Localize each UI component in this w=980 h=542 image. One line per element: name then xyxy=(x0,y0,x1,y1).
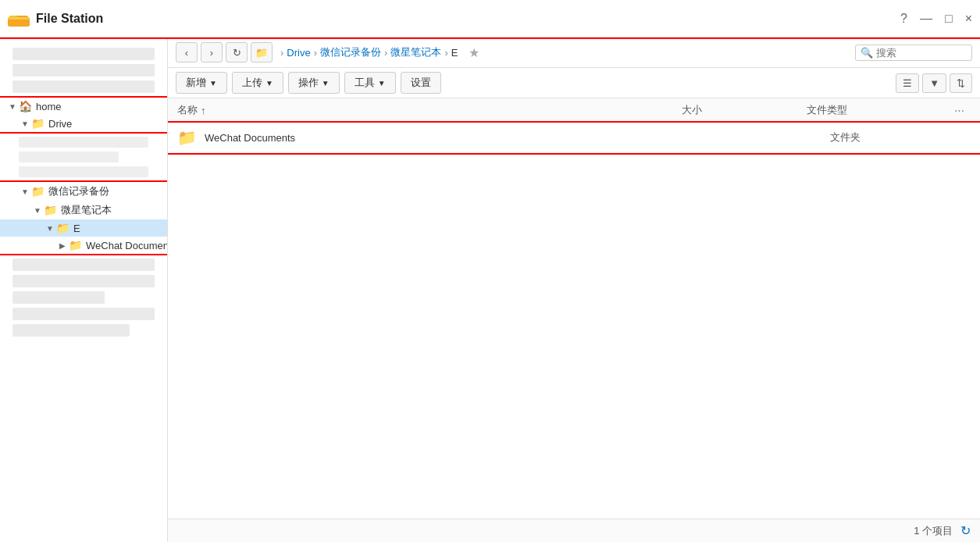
column-size[interactable]: 大小 xyxy=(682,103,807,117)
folder-button[interactable]: 📁 xyxy=(251,42,273,62)
nav-toolbar: ‹ › ↻ 📁 › Drive › 微信记录备份 › 微星笔记本 › E ★ 🔍 xyxy=(168,37,980,68)
home-label: home xyxy=(36,101,62,112)
column-name-label: 名称 xyxy=(177,103,198,117)
toggle-drive[interactable]: ▼ xyxy=(19,119,31,128)
back-button[interactable]: ‹ xyxy=(176,42,198,62)
upload-button[interactable]: 上传 ▼ xyxy=(232,72,283,94)
breadcrumb: › Drive › 微信记录备份 › 微星笔记本 › E xyxy=(276,45,462,59)
status-refresh-button[interactable]: ↻ xyxy=(960,523,971,538)
sidebar-item-e[interactable]: ▼ 📁 E xyxy=(0,219,167,237)
sidebar-item-home[interactable]: ▼ 🏠 home xyxy=(0,98,167,115)
blurred-item-9 xyxy=(12,291,105,304)
drive-folder-icon: 📁 xyxy=(31,117,45,130)
action-caret: ▼ xyxy=(322,79,330,87)
wechat-label: 微信记录备份 xyxy=(48,184,109,198)
wechat-docs-folder-icon: 📁 xyxy=(69,239,82,251)
toggle-e[interactable]: ▼ xyxy=(44,224,56,233)
favorite-button[interactable]: ★ xyxy=(465,45,483,60)
breadcrumb-sep-3: › xyxy=(444,47,447,59)
app-title: File Station xyxy=(36,12,103,26)
window-controls[interactable]: ? — □ × xyxy=(900,12,972,26)
upload-caret: ▼ xyxy=(265,79,273,87)
home-drive-group: ▼ 🏠 home ▼ 📁 Drive xyxy=(0,98,167,132)
new-label: 新增 xyxy=(186,76,206,90)
list-view-button[interactable]: ☰ xyxy=(896,73,919,93)
column-type[interactable]: 文件类型 xyxy=(807,103,947,117)
sidebar-item-wechat[interactable]: ▼ 📁 微信记录备份 xyxy=(0,182,167,201)
blurred-item-6 xyxy=(19,166,148,177)
minimize-button[interactable]: — xyxy=(920,12,932,26)
file-type: 文件夹 xyxy=(830,130,971,144)
file-list: 名称 ↑ 大小 文件类型 ⋯ 📁 WeChat Documents 文件夹 xyxy=(168,98,980,519)
view-controls: ☰ ▼ ⇅ xyxy=(896,73,972,93)
blurred-item-5 xyxy=(19,152,119,162)
sidebar: ▼ 🏠 home ▼ 📁 Drive ▼ 📁 微信记录备份 xyxy=(0,37,168,542)
new-button[interactable]: 新增 ▼ xyxy=(176,72,227,94)
view-dropdown-button[interactable]: ▼ xyxy=(922,73,946,93)
upload-label: 上传 xyxy=(242,76,262,90)
main-layout: ▼ 🏠 home ▼ 📁 Drive ▼ 📁 微信记录备份 xyxy=(0,37,980,542)
e-label: E xyxy=(73,223,80,234)
blurred-item-8 xyxy=(12,275,155,287)
toggle-mssi[interactable]: ▼ xyxy=(31,206,44,215)
blurred-item-1 xyxy=(12,48,155,60)
sort-button[interactable]: ⇅ xyxy=(950,73,972,93)
home-folder-icon: 🏠 xyxy=(19,100,32,112)
file-list-header: 名称 ↑ 大小 文件类型 ⋯ xyxy=(168,98,980,123)
sidebar-item-wechat-docs[interactable]: ▶ 📁 WeChat Documents xyxy=(0,237,167,254)
search-icon: 🔍 xyxy=(861,47,873,59)
action-bar: 新增 ▼ 上传 ▼ 操作 ▼ 工具 ▼ 设置 ☰ ▼ ⇅ xyxy=(168,68,980,98)
blurred-item-2 xyxy=(12,64,155,77)
help-button[interactable]: ? xyxy=(900,12,907,26)
blurred-item-3 xyxy=(12,80,155,93)
sidebar-item-drive[interactable]: ▼ 📁 Drive xyxy=(0,115,167,132)
settings-label: 设置 xyxy=(411,76,431,90)
app-icon xyxy=(8,9,30,28)
breadcrumb-sep-2: › xyxy=(384,47,387,59)
status-bar: 1 个项目 ↻ xyxy=(168,519,980,542)
file-row-wechat-docs[interactable]: 📁 WeChat Documents 文件夹 xyxy=(168,123,980,153)
blurred-item-10 xyxy=(12,308,155,320)
forward-button[interactable]: › xyxy=(201,42,223,62)
svg-rect-3 xyxy=(8,17,30,20)
sort-icon: ↑ xyxy=(201,105,206,116)
toggle-wechat-docs[interactable]: ▶ xyxy=(56,241,69,250)
toggle-wechat[interactable]: ▼ xyxy=(19,187,31,196)
settings-button[interactable]: 设置 xyxy=(401,72,441,94)
action-button[interactable]: 操作 ▼ xyxy=(288,72,340,94)
column-type-label: 文件类型 xyxy=(807,104,847,116)
item-count: 1 个项目 xyxy=(914,524,953,538)
sidebar-item-mssi[interactable]: ▼ 📁 微星笔记本 xyxy=(0,201,167,219)
blurred-item-11 xyxy=(12,324,130,337)
search-input[interactable] xyxy=(876,47,954,59)
blurred-item-4 xyxy=(19,137,148,148)
column-more[interactable]: ⋯ xyxy=(947,105,971,116)
wechat-folder-icon: 📁 xyxy=(31,185,45,198)
wechat-tree-group: ▼ 📁 微信记录备份 ▼ 📁 微星笔记本 ▼ 📁 E ▶ 📁 WeChat Do… xyxy=(0,182,167,254)
column-size-label: 大小 xyxy=(682,104,702,116)
breadcrumb-sep-0: › xyxy=(280,47,283,59)
close-button[interactable]: × xyxy=(965,12,972,26)
search-box[interactable]: 🔍 xyxy=(855,45,972,61)
maximize-button[interactable]: □ xyxy=(945,12,953,26)
column-name[interactable]: 名称 ↑ xyxy=(177,103,682,117)
refresh-button[interactable]: ↻ xyxy=(226,42,248,62)
mssi-folder-icon: 📁 xyxy=(44,204,57,216)
tools-label: 工具 xyxy=(355,76,375,90)
breadcrumb-sep-1: › xyxy=(314,47,317,59)
tools-button[interactable]: 工具 ▼ xyxy=(344,72,396,94)
breadcrumb-drive[interactable]: Drive xyxy=(287,47,310,59)
drive-label: Drive xyxy=(48,118,72,130)
new-caret: ▼ xyxy=(209,79,217,87)
content-area: ‹ › ↻ 📁 › Drive › 微信记录备份 › 微星笔记本 › E ★ 🔍 xyxy=(168,37,980,542)
title-bar: File Station ? — □ × xyxy=(0,0,980,37)
mssi-label: 微星笔记本 xyxy=(61,203,112,217)
e-folder-icon: 📁 xyxy=(56,222,69,234)
action-label: 操作 xyxy=(298,76,319,90)
tools-caret: ▼ xyxy=(378,79,386,87)
breadcrumb-mssi[interactable]: 微星笔记本 xyxy=(390,45,441,59)
file-folder-icon: 📁 xyxy=(177,128,197,147)
breadcrumb-e: E xyxy=(451,47,458,59)
toggle-home[interactable]: ▼ xyxy=(6,102,19,111)
breadcrumb-wechat[interactable]: 微信记录备份 xyxy=(320,45,381,59)
